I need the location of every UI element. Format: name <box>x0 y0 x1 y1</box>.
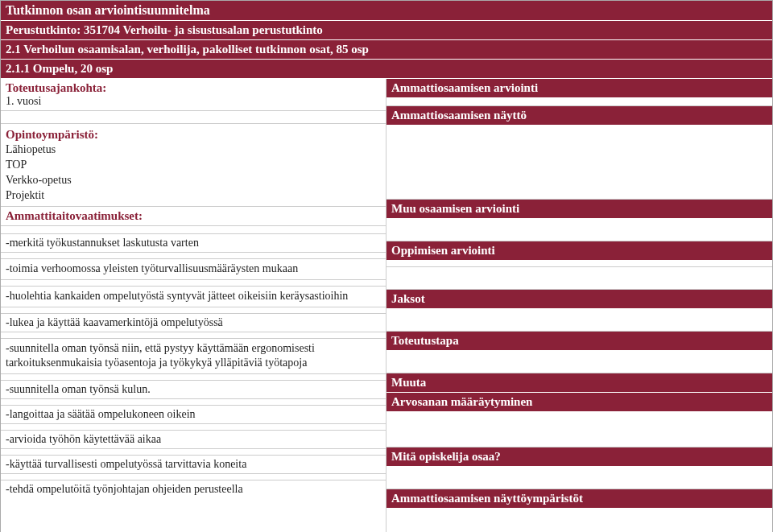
spacer <box>386 267 772 290</box>
curriculum-table: Tutkinnon osan arviointisuunnitelma Peru… <box>0 0 773 532</box>
timing-label: Toteutusajankohta: <box>6 81 381 95</box>
spacer <box>386 98 772 106</box>
spacer <box>386 351 772 373</box>
spacer <box>1 253 386 259</box>
env-line-1: TOP <box>6 158 381 173</box>
environment-cell: Opintoympäristö: Lähiopetus TOP Verkko-o… <box>1 124 386 207</box>
assessment-header-toteutustapa: Toteutustapa <box>386 332 772 351</box>
environment-label: Opintoympäristö: <box>6 126 381 142</box>
spacer <box>386 509 772 532</box>
header-section: 2.1 Verhoilun osaamisalan, verhoilija, p… <box>1 40 772 60</box>
skill-item: -suunnitella oman työnsä niin, että pyst… <box>1 339 386 375</box>
right-column: Ammattiosaamisen arviointi Ammattiosaami… <box>386 79 772 532</box>
header-title: Tutkinnon osan arviointisuunnitelma <box>1 1 772 21</box>
spacer <box>1 474 386 480</box>
spacer <box>1 374 386 381</box>
skill-item: -lukea ja käyttää kaavamerkintöjä ompelu… <box>1 314 386 332</box>
spacer <box>1 111 386 124</box>
assessment-header-oppimisen-arviointi: Oppimisen arviointi <box>386 241 772 261</box>
spacer <box>1 307 386 314</box>
spacer <box>1 424 386 431</box>
spacer <box>1 449 386 456</box>
assessment-header-mita-osaa: Mitä opiskelija osaa? <box>386 447 772 467</box>
timing-value: 1. vuosi <box>6 95 381 108</box>
spacer <box>386 309 772 332</box>
spacer <box>1 226 386 234</box>
skill-item: -toimia verhoomossa yleisten työturvalli… <box>1 259 386 280</box>
skill-item: -huolehtia kankaiden ompelutyöstä syntyv… <box>1 287 386 307</box>
assessment-header-ammatti-arviointi: Ammattiosaamisen arviointi <box>386 79 772 98</box>
env-line-2: Verkko-opetus <box>6 173 381 188</box>
skill-item: -suunnitella oman työnsä kulun. <box>1 381 386 399</box>
assessment-header-jaksot: Jaksot <box>386 290 772 309</box>
assessment-header-muuta: Muuta <box>386 373 772 393</box>
skills-label: Ammattitaitovaatimukset: <box>6 209 143 222</box>
skill-item: -arvioida työhön käytettävää aikaa <box>1 431 386 449</box>
spacer <box>386 261 772 267</box>
left-column: Toteutusajankohta: 1. vuosi Opintoympäri… <box>1 79 386 532</box>
env-line-3: Projektit <box>6 188 381 204</box>
env-line-0: Lähiopetus <box>6 142 381 158</box>
timing-cell: Toteutusajankohta: 1. vuosi <box>1 79 386 111</box>
spacer <box>1 399 386 406</box>
assessment-header-ammatti-naytto: Ammattiosaamisen näyttö <box>386 106 772 126</box>
spacer <box>386 219 772 241</box>
header-unit: 2.1.1 Ompelu, 20 osp <box>1 60 772 79</box>
spacer <box>1 332 386 339</box>
assessment-header-nayttoymparistot: Ammattiosaamisen näyttöympäristöt <box>386 489 772 509</box>
header-subtitle: Perustutkinto: 351704 Verhoilu- ja sisus… <box>1 21 772 40</box>
skills-label-cell: Ammattitaitovaatimukset: <box>1 207 386 226</box>
spacer <box>386 467 772 489</box>
spacer <box>1 280 386 287</box>
skill-item: -käyttää turvallisesti ompelutyössä tarv… <box>1 456 386 474</box>
spacer <box>386 412 772 447</box>
skill-item: -tehdä ompelutöitä työnjohtajan ohjeiden… <box>1 480 386 498</box>
assessment-header-muu-arviointi: Muu osaamisen arviointi <box>386 200 772 219</box>
skill-item: -merkitä työkustannukset laskutusta vart… <box>1 234 386 253</box>
skill-item: -langoittaa ja säätää ompelukoneen oikei… <box>1 406 386 424</box>
spacer <box>386 126 772 200</box>
assessment-header-arvosana: Arvosanan määräytyminen <box>386 393 772 412</box>
